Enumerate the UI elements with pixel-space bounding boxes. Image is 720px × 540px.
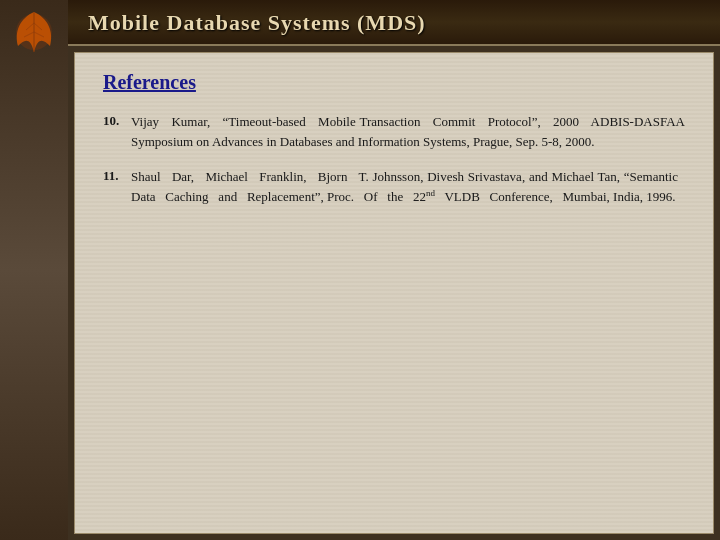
ref-number-11: 11.	[103, 168, 131, 184]
reference-list: 10. Vijay Kumar, “Timeout-based Mobile T…	[103, 112, 685, 206]
ref-text-11: Shaul Dar, Michael Franklin, Bjorn T. Jo…	[131, 167, 685, 206]
list-item: 10. Vijay Kumar, “Timeout-based Mobile T…	[103, 112, 685, 151]
list-item: 11. Shaul Dar, Michael Franklin, Bjorn T…	[103, 167, 685, 206]
content-area: References 10. Vijay Kumar, “Timeout-bas…	[74, 52, 714, 534]
leaf-decoration	[10, 8, 58, 56]
references-heading: References	[103, 71, 685, 94]
ref-number-10: 10.	[103, 113, 131, 129]
ref-text-10: Vijay Kumar, “Timeout-based Mobile Trans…	[131, 112, 685, 151]
left-sidebar	[0, 0, 68, 540]
main-area: Mobile Database Systems (MDS) References…	[68, 0, 720, 540]
title-bar: Mobile Database Systems (MDS)	[68, 0, 720, 46]
app-container: Mobile Database Systems (MDS) References…	[0, 0, 720, 540]
app-title: Mobile Database Systems (MDS)	[88, 10, 426, 35]
